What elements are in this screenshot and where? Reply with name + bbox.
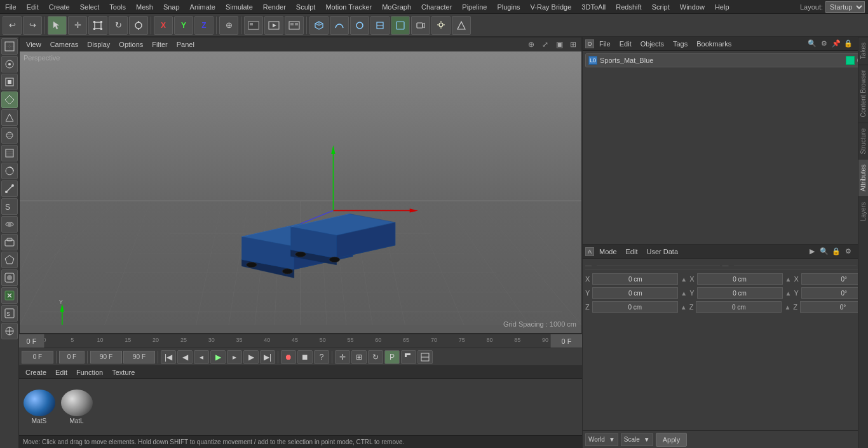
step-forward-button[interactable]: ▶ bbox=[243, 350, 259, 364]
tab-structure[interactable]: Structure bbox=[858, 123, 868, 160]
record-button[interactable]: ⏺ bbox=[281, 350, 296, 364]
axis-y-button[interactable]: Y bbox=[174, 16, 193, 35]
axis-x-button[interactable]: X bbox=[154, 16, 173, 35]
apply-button[interactable]: Apply bbox=[656, 433, 688, 447]
left-tool-16[interactable]: S bbox=[1, 305, 18, 322]
left-tool-9[interactable] bbox=[1, 180, 18, 197]
obj-menu-edit[interactable]: Edit bbox=[616, 39, 635, 49]
mat-menu-edit[interactable]: Edit bbox=[51, 367, 71, 377]
next-keyframe-button[interactable]: ▸ bbox=[227, 350, 242, 364]
rotate-tool[interactable]: ↻ bbox=[109, 16, 128, 35]
attr-menu-mode[interactable]: Mode bbox=[595, 247, 621, 257]
menu-vray[interactable]: V-Ray Bridge bbox=[526, 2, 577, 12]
attr-x-pos-input[interactable] bbox=[592, 273, 678, 285]
obj-search-icon[interactable]: 🔍 bbox=[807, 39, 817, 49]
mat-menu-texture[interactable]: Texture bbox=[108, 367, 139, 377]
menu-edit[interactable]: Edit bbox=[22, 2, 44, 12]
world-dropdown[interactable]: World ▼ bbox=[585, 433, 618, 446]
scale-key-button[interactable]: ⊞ bbox=[351, 350, 367, 364]
obj-pin-icon[interactable]: 📌 bbox=[831, 39, 841, 49]
menu-simulate[interactable]: Simulate bbox=[220, 2, 258, 12]
fcurve-button[interactable] bbox=[401, 350, 416, 364]
left-tool-6[interactable] bbox=[1, 127, 18, 144]
param-key-button[interactable]: P bbox=[384, 350, 400, 364]
menu-3dto[interactable]: 3DToAll bbox=[576, 2, 611, 12]
cube-button[interactable] bbox=[309, 16, 329, 35]
scale-tool[interactable] bbox=[88, 16, 107, 35]
attr-menu-user-data[interactable]: User Data bbox=[643, 247, 682, 257]
obj-settings-icon[interactable]: ⚙ bbox=[819, 39, 829, 49]
material-item-matl[interactable]: MatL bbox=[59, 390, 94, 424]
menu-window[interactable]: Window bbox=[675, 2, 710, 12]
obj-menu-file[interactable]: File bbox=[595, 39, 614, 49]
timeline-ruler[interactable]: 0 5 10 15 20 25 30 35 40 45 50 55 60 65 … bbox=[44, 334, 550, 348]
vp-menu-view[interactable]: View bbox=[22, 39, 45, 50]
world-coord-button[interactable]: ⊕ bbox=[219, 16, 238, 35]
left-tool-4[interactable] bbox=[1, 92, 18, 108]
menu-create[interactable]: Create bbox=[44, 2, 75, 12]
vp-menu-cameras[interactable]: Cameras bbox=[46, 39, 83, 50]
layout-select[interactable]: Startup bbox=[825, 1, 865, 13]
left-tool-11[interactable] bbox=[1, 216, 18, 233]
move-tool[interactable]: ✛ bbox=[68, 16, 87, 35]
object-row-sports-mat[interactable]: L0 Sports_Mat_Blue bbox=[585, 53, 865, 67]
attr-arrow-icon[interactable]: ▶ bbox=[807, 247, 817, 257]
menu-script[interactable]: Script bbox=[647, 2, 675, 12]
mat-menu-create[interactable]: Create bbox=[22, 367, 50, 377]
spline-button[interactable] bbox=[330, 16, 349, 35]
menu-animate[interactable]: Animate bbox=[185, 2, 220, 12]
menu-render[interactable]: Render bbox=[258, 2, 291, 12]
viewport[interactable]: Y X Z bbox=[19, 37, 582, 334]
vp-icon-4[interactable]: ⊞ bbox=[567, 39, 579, 50]
obj-lock-icon[interactable]: 🔒 bbox=[843, 39, 853, 49]
go-to-end-button[interactable]: ▶| bbox=[260, 350, 275, 364]
left-tool-7[interactable] bbox=[1, 145, 18, 161]
object-color-swatch[interactable] bbox=[846, 56, 855, 65]
left-tool-17[interactable] bbox=[1, 323, 18, 339]
start-frame-input[interactable] bbox=[22, 351, 53, 363]
tab-layers[interactable]: Layers bbox=[858, 196, 868, 226]
attr-x-rot-input[interactable] bbox=[697, 273, 783, 285]
light-button[interactable] bbox=[431, 16, 451, 35]
left-tool-12[interactable] bbox=[1, 234, 18, 250]
attr-y-rot-input[interactable] bbox=[697, 287, 783, 299]
play-button[interactable]: ▶ bbox=[210, 350, 226, 364]
end-frame-input[interactable] bbox=[90, 351, 122, 363]
vp-menu-display[interactable]: Display bbox=[83, 39, 114, 50]
tab-attributes[interactable]: Attributes bbox=[858, 159, 868, 196]
attr-menu-edit[interactable]: Edit bbox=[622, 247, 642, 257]
attr-y-pos-input[interactable] bbox=[592, 287, 678, 299]
deformer-button[interactable] bbox=[370, 16, 390, 35]
vp-icon-1[interactable]: ⊕ bbox=[526, 39, 537, 50]
stop-button[interactable]: ⏹ bbox=[297, 350, 313, 364]
vp-icon-2[interactable]: ⤢ bbox=[539, 39, 551, 50]
step-back-button[interactable]: ◀ bbox=[177, 350, 193, 364]
left-tool-10[interactable]: S bbox=[1, 198, 18, 215]
scene-button[interactable] bbox=[391, 16, 410, 35]
menu-motion-tracker[interactable]: Motion Tracker bbox=[320, 2, 377, 12]
attr-z-pos-input[interactable] bbox=[592, 301, 678, 313]
obj-menu-tags[interactable]: Tags bbox=[669, 39, 691, 49]
vp-menu-options[interactable]: Options bbox=[115, 39, 147, 50]
transform-tool[interactable] bbox=[129, 16, 148, 35]
scene-type-button[interactable] bbox=[452, 16, 471, 35]
menu-pipeline[interactable]: Pipeline bbox=[457, 2, 492, 12]
render-queue-button[interactable] bbox=[285, 16, 304, 35]
timeline-toggle[interactable] bbox=[417, 350, 433, 364]
left-tool-5[interactable] bbox=[1, 109, 18, 126]
left-tool-3[interactable] bbox=[1, 74, 18, 90]
tab-takes[interactable]: Takes bbox=[858, 37, 868, 64]
playback-help-button[interactable]: ? bbox=[314, 350, 329, 364]
range-frame-input[interactable] bbox=[123, 351, 155, 363]
mat-menu-function[interactable]: Function bbox=[72, 367, 107, 377]
material-item-mats[interactable]: MatS bbox=[22, 390, 57, 424]
menu-redshift[interactable]: Redshift bbox=[611, 2, 646, 12]
obj-menu-bookmarks[interactable]: Bookmarks bbox=[693, 39, 735, 49]
menu-file[interactable]: File bbox=[0, 2, 22, 12]
obj-menu-objects[interactable]: Objects bbox=[637, 39, 668, 49]
move-key-button[interactable]: ✛ bbox=[335, 350, 350, 364]
left-tool-13[interactable] bbox=[1, 252, 18, 268]
tab-content-browser[interactable]: Content Browser bbox=[858, 64, 868, 122]
menu-tools[interactable]: Tools bbox=[104, 2, 131, 12]
left-tool-1[interactable] bbox=[1, 38, 18, 55]
